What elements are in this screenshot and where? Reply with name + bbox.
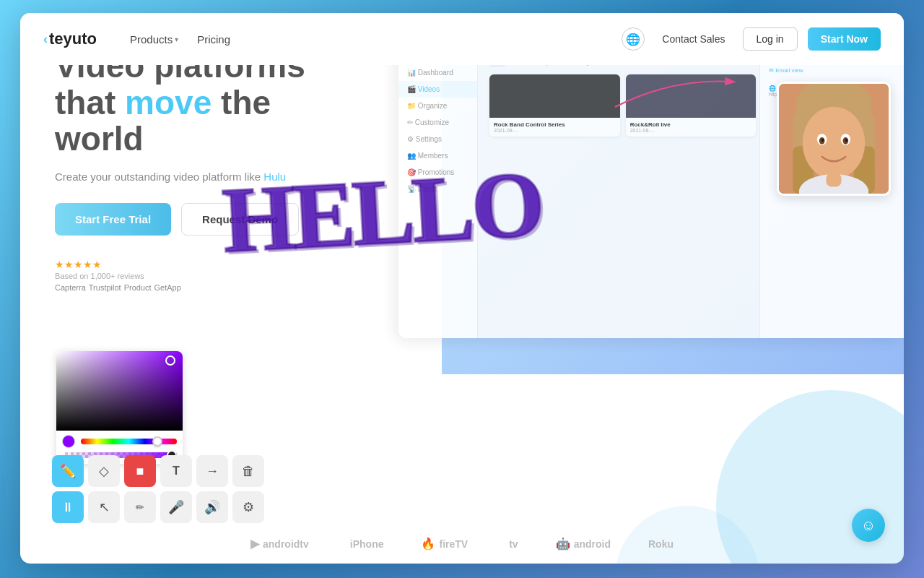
contact-sales-link[interactable]: Contact Sales (655, 29, 732, 49)
dash-menu-organize: 📁 Organize (398, 98, 477, 114)
avatar-box (777, 82, 891, 196)
appletv-label: tv (509, 538, 518, 550)
dash-menu-direct: 📡 Direct (398, 181, 477, 197)
hero-subtitle: Create your outstanding video platform l… (55, 171, 367, 183)
settings-button[interactable]: ⚙ (232, 491, 264, 523)
footer-brands: ▶ androidtv iPhone 🔥 fireTV tv 🤖 android… (20, 537, 904, 551)
avatar-face (779, 84, 889, 194)
androidtv-label: androidtv (263, 538, 309, 550)
pricing-label: Pricing (197, 33, 230, 46)
delete-tool-button[interactable]: 🗑 (232, 455, 264, 487)
navbar: ‹ teyuto Products ▾ Pricing 🌐 Contact Sa… (20, 13, 904, 65)
android-label: android (574, 538, 611, 550)
chat-icon: ☺ (861, 517, 876, 534)
color-swatch[interactable] (62, 435, 75, 448)
rating-source: Capterra Trustpilot Product GetApp (55, 283, 181, 292)
start-now-button[interactable]: Start Now (808, 27, 881, 51)
subtitle-text: Create your outstanding video platform l… (55, 171, 263, 183)
toolbar-row-1: ✏️ ◇ ■ T → 🗑 (52, 455, 264, 487)
trustpilot-label: Trustpilot (89, 283, 121, 292)
producthunt-label: Product (124, 283, 152, 292)
brand-androidtv: ▶ androidtv (250, 537, 309, 551)
cursor-tool-button[interactable]: ↖ (88, 491, 120, 523)
dash-menu-customize: ✏ Customize (398, 114, 477, 131)
dash-card-info-1: Rock Band Control Series 2021-09-... (489, 118, 620, 137)
title-move: move (125, 84, 212, 121)
products-label: Products (130, 33, 173, 46)
roku-label: Roku (648, 538, 674, 550)
dash-card-sub-1: 2021-09-... (494, 128, 616, 133)
color-picker (56, 351, 183, 464)
nav-right: 🌐 Contact Sales Log in Start Now (622, 27, 881, 51)
hero-buttons: Start Free Trial Request Demo (55, 203, 367, 236)
dash-menu-videos: 🎬 Videos (398, 81, 477, 98)
logo[interactable]: ‹ teyuto (43, 30, 97, 48)
color-gradient[interactable] (56, 351, 183, 431)
request-demo-button[interactable]: Request Demo (181, 203, 299, 236)
capterra-label: Capterra (55, 283, 86, 292)
dash-menu-members: 👥 Members (398, 147, 477, 164)
firetv-icon: 🔥 (421, 537, 435, 551)
svg-point-6 (803, 107, 866, 179)
chat-bubble-button[interactable]: ☺ (852, 509, 885, 542)
avatar-svg (779, 84, 889, 194)
brand-android: 🤖 android (556, 537, 611, 551)
title-world: world (55, 120, 144, 158)
dash-menu-settings: ⚙ Settings (398, 131, 477, 147)
firetv-label: fireTV (439, 538, 468, 550)
eraser-tool-button[interactable]: ◇ (88, 455, 120, 487)
dash-card-info-2: Rock&Roll live 2021-08-... (626, 118, 757, 137)
dash-card-title-1: Rock Band Control Series (494, 121, 616, 128)
start-free-trial-button[interactable]: Start Free Trial (55, 203, 171, 236)
getapp-label: GetApp (154, 283, 181, 292)
dash-sidebar: ‹ teyuto 📊 Dashboard 🎬 Videos 📁 Organize… (398, 27, 478, 338)
main-window: ‹ teyuto Products ▾ Pricing 🌐 Contact Sa… (20, 13, 904, 564)
sound-button[interactable]: 🔊 (196, 491, 228, 523)
toolbar: ✏️ ◇ ■ T → 🗑 ⏸ ↖ ✏ 🎤 🔊 ⚙ (52, 455, 264, 523)
brand-iphone: iPhone (346, 538, 384, 550)
login-button[interactable]: Log in (743, 27, 798, 51)
androidtv-icon: ▶ (250, 537, 259, 551)
svg-point-11 (821, 139, 824, 142)
hue-thumb (152, 436, 162, 447)
dash-thumb-2 (626, 74, 757, 118)
dash-card-sub-2: 2021-08-... (630, 128, 752, 133)
nav-products[interactable]: Products ▾ (123, 29, 186, 50)
brand-roku: Roku (648, 538, 674, 550)
svg-point-12 (845, 139, 847, 142)
dash-menu-promotions: 🎯 Promotions (398, 164, 477, 181)
text-tool-button[interactable]: T (160, 455, 192, 487)
rating-item-capterra: ★★★★★ Based on 1,000+ reviews Capterra T… (55, 259, 181, 292)
globe-icon: 🌐 (626, 33, 640, 46)
hulu-text: Hulu (263, 171, 286, 183)
chevron-down-icon: ▾ (175, 35, 178, 43)
brand-appletv: tv (505, 538, 518, 550)
title-the: the (212, 84, 271, 121)
pause-button[interactable]: ⏸ (52, 491, 84, 523)
dash-email-view[interactable]: ✉ Email view (769, 67, 895, 74)
pen-tool-button[interactable]: ✏️ (52, 455, 84, 487)
stars: ★★★★★ (55, 259, 181, 270)
android-icon: 🤖 (556, 537, 570, 551)
globe-button[interactable]: 🌐 (622, 27, 645, 51)
iphone-label: iPhone (350, 538, 384, 550)
dash-card-2: Rock&Roll live 2021-08-... (626, 74, 757, 137)
toolbar-row-2: ⏸ ↖ ✏ 🎤 🔊 ⚙ (52, 491, 264, 523)
logo-text: teyuto (49, 30, 97, 48)
color-fill-button[interactable]: ■ (124, 455, 156, 487)
dash-thumb-1 (489, 74, 620, 118)
hue-slider[interactable] (81, 439, 177, 444)
logo-chevron: ‹ (43, 32, 48, 47)
nav-pricing[interactable]: Pricing (190, 29, 237, 50)
draw-tool-button[interactable]: ✏ (124, 491, 156, 523)
nav-links: Products ▾ Pricing (123, 29, 622, 50)
arrow-tool-button[interactable]: → (196, 455, 228, 487)
dash-menu-dashboard: 📊 Dashboard (398, 64, 477, 81)
color-picker-dot[interactable] (165, 355, 175, 366)
dash-card-1: Rock Band Control Series 2021-09-... (489, 74, 620, 137)
title-that: that (55, 84, 125, 121)
dash-card-title-2: Rock&Roll live (630, 121, 752, 128)
mic-button[interactable]: 🎤 (160, 491, 192, 523)
ratings-section: ★★★★★ Based on 1,000+ reviews Capterra T… (55, 259, 367, 292)
color-hue-bar (56, 431, 183, 451)
